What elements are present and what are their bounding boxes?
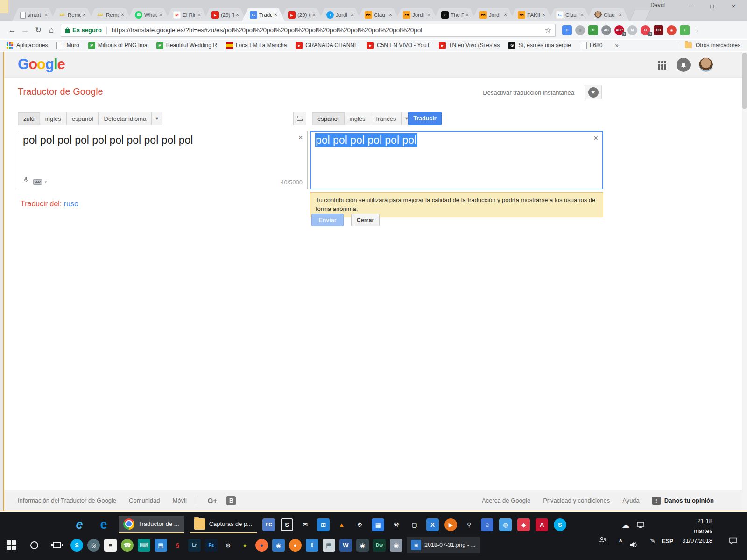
tab-clau[interactable]: Clau× <box>548 8 591 21</box>
skype-icon[interactable]: S <box>554 518 566 531</box>
tab-jordi[interactable]: Jordi× <box>472 8 514 21</box>
media-play-icon[interactable]: ▶ <box>444 518 457 531</box>
tab-29-t[interactable]: (29) T× <box>204 8 247 21</box>
minimize-button[interactable]: – <box>680 0 701 12</box>
input-keyboard-icon[interactable]: ▼ <box>33 179 48 185</box>
taskbar-window-traductor-de[interactable]: Traductor de ... <box>119 516 184 533</box>
feedback-link[interactable]: ! Danos tu opinión <box>652 497 714 505</box>
flame-app-icon[interactable]: ◆ <box>517 518 530 531</box>
bookmark-loca-fm-la-mancha[interactable]: Loca FM La Mancha <box>226 42 287 49</box>
tab-tradu[interactable]: Tradu× <box>242 8 285 21</box>
detected-language-link[interactable]: ruso <box>64 200 78 208</box>
cortana-button[interactable] <box>25 536 43 554</box>
tab-clau[interactable]: Clau× <box>586 8 629 21</box>
task-view-button[interactable] <box>48 536 66 554</box>
tab-what[interactable]: What× <box>127 8 170 21</box>
back-button[interactable]: ← <box>6 24 19 37</box>
address-bar[interactable]: Es seguro https://translate.google.es/?h… <box>61 24 556 37</box>
close-output-icon[interactable]: × <box>593 133 598 143</box>
internet-explorer-icon[interactable]: e <box>70 516 89 533</box>
people-app-icon[interactable]: ☺ <box>481 518 493 531</box>
remote-desktop-icon[interactable]: PC <box>262 518 275 531</box>
lightroom-icon[interactable]: Lr <box>188 539 201 552</box>
adblock-plus-extension-icon[interactable]: ABP1 <box>614 25 624 35</box>
bookmarks-overflow-icon[interactable]: » <box>615 42 619 49</box>
action-center-icon[interactable] <box>729 537 738 546</box>
globe-app-icon[interactable]: ◍ <box>499 518 512 531</box>
bookmark-granada-channe[interactable]: GRANADA CHANNE <box>296 42 358 49</box>
footer-link-comunidad[interactable]: Comunidad <box>129 497 160 504</box>
apps-grid-icon[interactable] <box>7 42 13 49</box>
acrobat-icon[interactable]: A <box>536 518 548 531</box>
submit-button[interactable]: Enviar <box>311 214 344 226</box>
swap-languages-button[interactable] <box>293 112 306 125</box>
keyboard-icon[interactable]: ⌨ <box>138 539 150 552</box>
bookmark-c5n-en-vivo-yout[interactable]: C5N EN VIVO - YouT <box>367 42 430 49</box>
shield-abs-extension-icon[interactable]: AB <box>601 25 611 35</box>
source-lang-zul[interactable]: zulú <box>18 112 40 125</box>
fox-icon[interactable]: ● <box>289 539 302 552</box>
tab-remo[interactable]: Remo× <box>50 8 93 21</box>
dreamweaver-icon[interactable]: Dw <box>373 539 386 552</box>
footer-link-informaci-n-del-traductor-de-google[interactable]: Información del Traductor de Google <box>18 497 116 504</box>
bookmark-s-eso-es-una-serpie[interactable]: Sí, eso es una serpie <box>508 42 571 49</box>
google-apps-icon[interactable] <box>658 61 666 70</box>
bookmark-star-icon[interactable]: ☆ <box>545 26 551 35</box>
forward-button[interactable]: → <box>19 24 32 37</box>
refresh-extension-icon[interactable]: ↻ <box>588 25 598 35</box>
bookmark-apps[interactable]: Aplicaciones <box>16 42 48 49</box>
source-lang-dropdown-icon[interactable]: ▼ <box>151 112 162 125</box>
footer-link-m-vil[interactable]: Móvil <box>173 497 187 504</box>
cerrar-button[interactable]: Cerrar <box>351 214 380 226</box>
tab-29-c[interactable]: (29) C× <box>280 8 323 21</box>
download-blue-icon[interactable]: ⇩ <box>306 539 318 552</box>
notifications-bell-icon[interactable] <box>677 58 691 72</box>
search-app-icon[interactable]: ⚲ <box>463 518 475 531</box>
network-icon[interactable] <box>637 522 645 531</box>
whatsapp-icon[interactable]: ☎ <box>121 539 134 552</box>
microphone-icon[interactable] <box>23 175 29 186</box>
instant-translation-toggle[interactable]: Desactivar traducción instantánea <box>483 89 574 96</box>
excel-blue-icon[interactable]: X <box>426 518 439 531</box>
footer-link-acerca-de-google[interactable]: Acerca de Google <box>482 497 530 504</box>
target-extension-icon[interactable]: ◉ <box>667 25 677 35</box>
source-lang-ingl-s[interactable]: inglés <box>40 112 66 125</box>
tab-close-icon[interactable]: × <box>542 12 545 18</box>
tab-the-p[interactable]: The P× <box>433 8 476 21</box>
footer-link-privacidad-y-condiciones[interactable]: Privacidad y condiciones <box>543 497 610 504</box>
settings-gear-icon[interactable]: ⚙ <box>353 518 366 531</box>
tab-close-icon[interactable]: × <box>580 12 584 18</box>
translate-button[interactable]: Traducir <box>408 112 442 125</box>
tab-close-icon[interactable]: × <box>159 12 162 18</box>
globe-extension-icon[interactable]: ◍ <box>575 25 585 35</box>
tab-close-icon[interactable]: × <box>427 12 430 18</box>
bookmark-muro[interactable]: Muro <box>56 42 79 49</box>
translation-text[interactable]: pol pol pol pol pol pol <box>315 134 417 147</box>
reload-button[interactable]: ↻ <box>32 24 45 37</box>
store-icon[interactable]: S <box>281 518 293 531</box>
new-tab-button[interactable] <box>629 10 650 21</box>
tab-jordi[interactable]: Jordi× <box>395 8 438 21</box>
tab-close-icon[interactable]: × <box>44 12 48 18</box>
m-extension-icon[interactable]: M <box>627 25 637 35</box>
speaker-icon[interactable] <box>630 541 637 550</box>
ghostery-extension-icon[interactable]: O1 <box>641 25 650 35</box>
download-extension-icon[interactable]: ⇩ <box>680 25 690 35</box>
drive-icon[interactable]: ▤ <box>155 539 167 552</box>
bookmark-tn-en-vivo-si-est-s[interactable]: TN en Vivo (Si estás <box>439 42 500 49</box>
tab-close-icon[interactable]: × <box>504 12 507 18</box>
ud-shield-extension-icon[interactable]: UD <box>654 25 663 35</box>
home-button[interactable]: ⌂ <box>45 24 58 37</box>
blogger-icon[interactable]: B <box>226 496 236 505</box>
security-label[interactable]: Es seguro <box>72 27 102 34</box>
photos-icon[interactable]: ▦ <box>372 518 384 531</box>
keyboard-language-indicator[interactable]: ESP <box>662 538 673 545</box>
camera-dark-icon[interactable]: ◉ <box>356 539 369 552</box>
tab-close-icon[interactable]: × <box>197 12 201 18</box>
word-icon[interactable]: W <box>339 539 352 552</box>
profile-name[interactable]: David <box>650 2 665 8</box>
lens-icon[interactable]: ◎ <box>87 539 100 552</box>
other-bookmarks[interactable]: Otros marcadores <box>678 42 740 49</box>
tab-close-icon[interactable]: × <box>236 12 239 18</box>
tab-clau[interactable]: Clau× <box>357 8 400 21</box>
